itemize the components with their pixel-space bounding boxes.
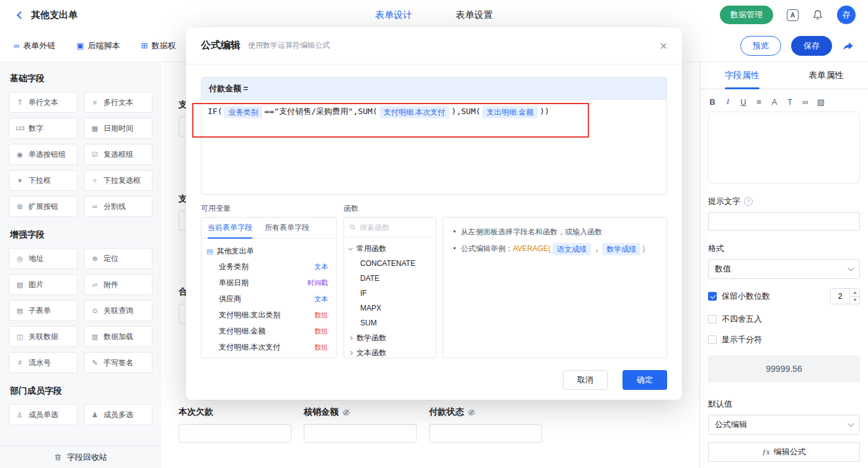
field-item-multi-line-text[interactable]: ≡多行文本 bbox=[84, 92, 153, 113]
field-recycle-bin[interactable]: 字段回收站 bbox=[0, 446, 161, 468]
variable-item[interactable]: 支付明细.支出类别数组 bbox=[206, 307, 332, 323]
data-manage-button[interactable]: 数据管理 bbox=[720, 6, 773, 24]
field-item-single-line-text[interactable]: T单行文本 bbox=[9, 92, 78, 113]
variable-item[interactable]: 单据日期时间戳 bbox=[206, 275, 332, 291]
confirm-button[interactable]: 确定 bbox=[622, 370, 667, 390]
field-item-number[interactable]: 123数字 bbox=[9, 118, 78, 139]
field-item-label: 子表单 bbox=[29, 306, 51, 316]
align-icon[interactable]: ≡ bbox=[755, 97, 763, 107]
field-item-radio-group[interactable]: ◉单选按钮组 bbox=[9, 144, 78, 165]
formula-input-area[interactable]: IF(业务类别=="支付销售/采购费用",SUM(支付明细.本次支付),SUM(… bbox=[202, 100, 666, 194]
multi-line-text-icon: ≡ bbox=[89, 99, 100, 106]
chevron-right-icon bbox=[348, 335, 353, 340]
arrow-up-icon bbox=[853, 291, 857, 294]
tab-field-properties[interactable]: 字段属性 bbox=[700, 62, 784, 89]
insert-link-icon[interactable]: ∞ bbox=[801, 97, 810, 107]
tab-current-form-fields[interactable]: 当前表单字段 bbox=[202, 218, 259, 238]
field-item-serial-number[interactable]: #流水号 bbox=[9, 352, 78, 373]
variable-item[interactable]: 支付明细.本次支付数组 bbox=[206, 339, 332, 355]
form-input[interactable] bbox=[429, 424, 542, 443]
cancel-button[interactable]: 取消 bbox=[563, 370, 608, 390]
bell-icon[interactable] bbox=[812, 9, 823, 20]
tab-all-form-fields[interactable]: 所有表单字段 bbox=[259, 218, 316, 238]
field-token[interactable]: 业务类别 bbox=[224, 106, 262, 118]
type-badge: 时间戳 bbox=[308, 278, 328, 288]
field-item-extend-button[interactable]: ⊞扩展按钮 bbox=[9, 196, 78, 217]
back-icon[interactable] bbox=[12, 8, 26, 22]
default-value-select[interactable]: 公式编辑 bbox=[708, 415, 860, 435]
arrow-down-icon bbox=[853, 299, 857, 301]
tab-form-settings[interactable]: 表单设置 bbox=[456, 9, 493, 21]
formula-target-label: 付款金额 = bbox=[202, 77, 666, 100]
field-item-checkbox-group[interactable]: ☑复选框组 bbox=[84, 144, 153, 165]
function-search-input[interactable] bbox=[360, 223, 431, 232]
function-item[interactable]: SUM bbox=[349, 316, 431, 330]
field-item-location[interactable]: ⊕定位 bbox=[84, 248, 153, 269]
function-item[interactable]: CONCATENATE bbox=[349, 256, 431, 271]
function-group-math[interactable]: 数学函数 bbox=[349, 330, 431, 345]
function-item[interactable]: IF bbox=[349, 286, 431, 301]
variable-name: 单据日期 bbox=[219, 278, 308, 288]
decimal-places-input[interactable] bbox=[831, 289, 849, 304]
font-color-icon[interactable]: A bbox=[770, 97, 779, 107]
field-item-member-multi[interactable]: ♟成员多选 bbox=[84, 404, 153, 425]
field-item-member-single[interactable]: ♙成员单选 bbox=[9, 404, 78, 425]
related-data-icon: ◫ bbox=[14, 333, 25, 341]
field-item-related-query[interactable]: ⊙关联查询 bbox=[84, 300, 153, 321]
edit-formula-button[interactable]: ƒx 编辑公式 bbox=[708, 442, 860, 462]
save-button[interactable]: 保存 bbox=[791, 36, 832, 56]
thousand-separator-checkbox[interactable] bbox=[708, 335, 717, 344]
description-editor[interactable] bbox=[708, 112, 860, 183]
variable-item[interactable]: 支付明细.金额数组 bbox=[206, 323, 332, 339]
preview-button[interactable]: 预览 bbox=[740, 36, 781, 56]
field-token[interactable]: 支出明细.金额 bbox=[482, 106, 538, 118]
field-item-dropdown-multi[interactable]: ▿下拉复选框 bbox=[84, 170, 153, 191]
avatar[interactable]: 存 bbox=[837, 6, 856, 24]
stepper-up-button[interactable] bbox=[850, 289, 859, 296]
tree-root[interactable]: ▤ 其他支出单 bbox=[206, 244, 332, 258]
function-group-common[interactable]: 常用函数 bbox=[349, 241, 431, 256]
variable-item[interactable]: 供应商文本 bbox=[206, 291, 332, 307]
field-item-date-time[interactable]: ▦日期时间 bbox=[84, 118, 153, 139]
toolbar-item-form-external-link[interactable]: ∞表单外链 bbox=[14, 40, 55, 51]
toolbar-item-data-permission[interactable]: ⊞数据权 bbox=[141, 40, 176, 51]
apps-icon[interactable]: A bbox=[787, 9, 799, 21]
format-select[interactable]: 数值 bbox=[708, 259, 860, 279]
toolbar-item-label: 数据权 bbox=[151, 40, 175, 51]
field-item-data-load[interactable]: ▥数据加载 bbox=[84, 326, 153, 347]
form-field-label: 付款状态 bbox=[429, 407, 464, 418]
field-item-related-data[interactable]: ◫关联数据 bbox=[9, 326, 78, 347]
share-icon[interactable] bbox=[842, 40, 854, 52]
form-input[interactable] bbox=[304, 424, 417, 443]
field-item-attachment[interactable]: ▱附件 bbox=[84, 274, 153, 295]
field-item-address[interactable]: ◎地址 bbox=[9, 248, 78, 269]
font-size-icon[interactable]: T bbox=[786, 97, 794, 107]
toolbar-item-backend-script[interactable]: ▣后端脚本 bbox=[76, 40, 120, 51]
divider-icon: ═ bbox=[89, 203, 100, 210]
field-item-signature[interactable]: ✎手写签名 bbox=[84, 352, 153, 373]
insert-image-icon[interactable]: ▧ bbox=[817, 97, 825, 107]
field-item-subform[interactable]: ▤子表单 bbox=[9, 300, 78, 321]
field-token[interactable]: 支付明细.本次支付 bbox=[379, 106, 450, 118]
field-item-image[interactable]: ▧图片 bbox=[9, 274, 78, 295]
function-group-text[interactable]: 文本函数 bbox=[349, 345, 431, 358]
function-item[interactable]: MAPX bbox=[349, 301, 431, 316]
field-item-dropdown[interactable]: ▾下拉框 bbox=[9, 170, 78, 191]
field-item-divider[interactable]: ═分割线 bbox=[84, 196, 153, 217]
decimal-places-checkbox[interactable] bbox=[708, 292, 717, 301]
underline-icon[interactable]: U bbox=[739, 97, 748, 107]
italic-icon[interactable]: I bbox=[724, 97, 732, 107]
function-item[interactable]: DATE bbox=[349, 271, 431, 286]
stepper-down-button[interactable] bbox=[850, 296, 859, 304]
field-item-label: 分割线 bbox=[104, 201, 126, 212]
form-input[interactable] bbox=[179, 424, 291, 443]
no-rounding-checkbox[interactable] bbox=[708, 315, 717, 324]
close-icon[interactable]: × bbox=[660, 40, 667, 52]
help-icon[interactable]: ? bbox=[744, 197, 753, 206]
variable-item[interactable]: 业务类别文本 bbox=[206, 258, 332, 275]
field-item-label: 数字 bbox=[29, 123, 43, 134]
tab-form-design[interactable]: 表单设计 bbox=[375, 9, 412, 21]
hint-text-input[interactable] bbox=[708, 212, 860, 231]
bold-icon[interactable]: B bbox=[708, 97, 717, 107]
tab-form-properties[interactable]: 表单属性 bbox=[784, 62, 868, 89]
